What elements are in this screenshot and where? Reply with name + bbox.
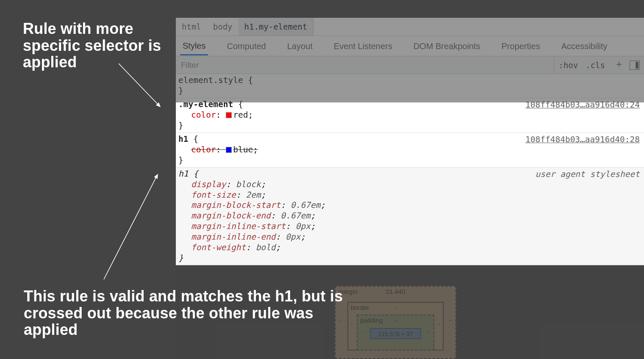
declaration: margin-block-start: 0.67em; <box>178 200 641 211</box>
annotation-top: Rule with more specific selector is appl… <box>23 20 184 71</box>
declaration[interactable]: color: red; <box>178 110 641 121</box>
close-brace: } <box>178 253 641 264</box>
rule-h1[interactable]: 108ff484b03…aa916d40:28 h1 { color: blue… <box>176 133 644 168</box>
new-style-rule-button[interactable] <box>610 56 628 74</box>
style-rules: element.style { } 108ff484b03…aa916d40:2… <box>176 74 644 265</box>
declaration: font-weight: bold; <box>178 243 641 253</box>
annotation-bottom: This rule is valid and matches the h1, b… <box>24 288 346 338</box>
close-brace: } <box>178 155 641 166</box>
tab-accessibility[interactable]: Accessibility <box>559 37 610 55</box>
source-link[interactable]: 108ff484b03…aa916d40:28 <box>525 135 640 145</box>
selector: element.style { <box>178 75 641 86</box>
plus-icon <box>615 61 623 70</box>
declaration: margin-inline-end: 0px; <box>178 232 641 243</box>
declaration: font-size: 2em; <box>178 190 641 201</box>
declaration: margin-inline-start: 0px; <box>178 221 641 232</box>
breadcrumb-h1-my-element[interactable]: h1.my-element <box>239 18 314 36</box>
property-name: color <box>191 110 216 120</box>
color-swatch[interactable] <box>226 112 232 118</box>
svg-line-3 <box>104 174 158 279</box>
border-right-value: - <box>438 320 440 328</box>
border-left-value: - <box>351 320 353 328</box>
padding-label: padding <box>360 317 383 324</box>
breadcrumb: html body h1.my-element <box>176 18 644 36</box>
border-label: border <box>351 304 369 311</box>
margin-top-value: 21.440 <box>386 288 405 295</box>
declaration[interactable]: color: blue; <box>178 145 641 155</box>
panel-toggle-icon <box>636 62 638 69</box>
border-top-value: - <box>394 304 397 311</box>
tab-properties[interactable]: Properties <box>499 37 543 55</box>
padding-right-value: - <box>427 328 429 335</box>
box-model-diagram: margin 21.440 - - border - - - padding -… <box>335 286 456 359</box>
declaration: display: block; <box>178 180 641 190</box>
toggle-sidebar-button[interactable] <box>630 61 640 70</box>
property-value: blue <box>233 145 253 155</box>
close-brace: } <box>178 121 641 131</box>
tab-computed[interactable]: Computed <box>224 37 268 55</box>
filter-input[interactable] <box>176 56 554 74</box>
declaration: margin-block-end: 0.67em; <box>178 211 641 221</box>
tab-styles[interactable]: Styles <box>180 37 208 55</box>
cls-toggle[interactable]: .cls <box>582 56 610 74</box>
padding-top-value: - <box>394 317 397 324</box>
rule-my-element[interactable]: 108ff484b03…aa916d40:24 .my-element { co… <box>176 98 644 133</box>
tab-dom-breakpoints[interactable]: DOM Breakpoints <box>411 37 483 55</box>
hov-toggle[interactable]: :hov <box>554 56 582 74</box>
tab-layout[interactable]: Layout <box>285 37 315 55</box>
margin-right-value: - <box>449 316 451 323</box>
tabbar: Styles Computed Layout Event Listeners D… <box>176 36 644 56</box>
property-name: color <box>191 145 216 155</box>
filter-bar: :hov .cls <box>176 56 644 74</box>
source-link[interactable]: 108ff484b03…aa916d40:24 <box>525 100 640 110</box>
arrow-up-icon <box>97 169 165 284</box>
property-value: red <box>233 110 248 120</box>
close-brace: } <box>178 86 641 97</box>
box-model-content: 115.578 × 37 <box>370 328 421 339</box>
user-agent-label: user agent stylesheet <box>535 169 640 180</box>
devtools-panel: html body h1.my-element Styles Computed … <box>176 18 644 265</box>
breadcrumb-body[interactable]: body <box>207 18 239 36</box>
color-swatch[interactable] <box>226 147 232 153</box>
rule-h1-user-agent: user agent stylesheet h1 { display: bloc… <box>176 168 644 266</box>
rule-element-style[interactable]: element.style { } <box>176 74 644 98</box>
padding-left-value: - <box>362 328 364 335</box>
tab-event-listeners[interactable]: Event Listeners <box>331 37 395 55</box>
